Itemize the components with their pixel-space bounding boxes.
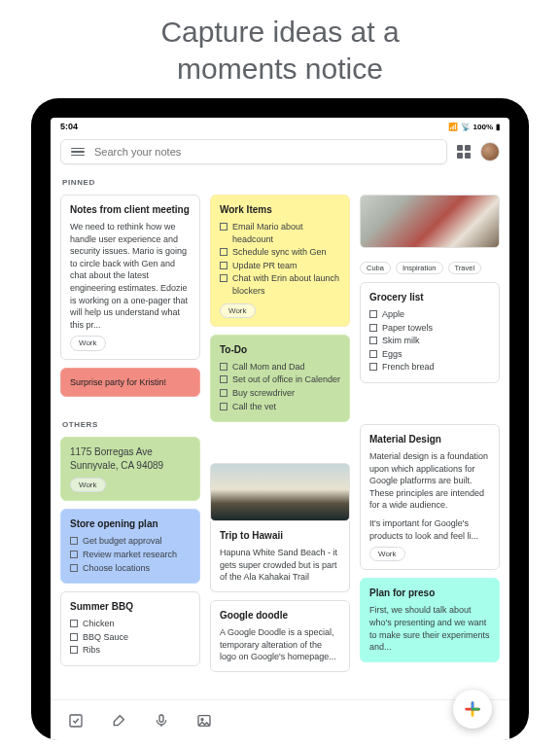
note-title: Grocery list: [369, 291, 490, 304]
list-item: Get budget approval: [83, 535, 162, 548]
wifi-icon: 📡: [461, 123, 471, 131]
note-body: Material design is a foundation upon whi…: [369, 450, 490, 512]
mic-icon[interactable]: [154, 713, 169, 729]
chip-work[interactable]: Work: [70, 478, 106, 492]
note-body: First, we should talk about who's presen…: [369, 604, 490, 653]
list-item: Chat with Erin about launch blockers: [232, 272, 340, 297]
tablet-frame: 5:04 📶 📡 100% ▮ PINNED Notes from client: [31, 98, 529, 740]
list-item: Email Mario about headcount: [232, 221, 340, 245]
avatar[interactable]: [480, 142, 500, 161]
note-body: Surprise party for Kristin!: [70, 376, 191, 389]
note-title: Plan for preso: [369, 587, 490, 600]
col-2: . Work Items Email Mario about headcount…: [210, 172, 350, 692]
note-title: To-Do: [220, 343, 340, 357]
add-note-fab[interactable]: [453, 690, 492, 729]
note-title: Store opening plan: [70, 517, 191, 531]
note-photo-beach[interactable]: [210, 463, 350, 521]
list-item: Review market research: [83, 549, 177, 561]
section-others: OTHERS: [60, 414, 200, 429]
note-hawaii[interactable]: Trip to Hawaii Hapuna White Sand Beach -…: [210, 521, 350, 592]
note-body2: It's important for Google's products to …: [369, 517, 490, 542]
chip-work[interactable]: Work: [369, 547, 405, 561]
note-body: Hapuna White Sand Beach - it gets super …: [220, 547, 340, 584]
note-store-plan[interactable]: Store opening plan Get budget approval R…: [60, 509, 200, 584]
note-client-meeting[interactable]: Notes from client meeting We need to ret…: [60, 195, 200, 360]
photo-tags: Cuba Inspiration Travel: [360, 262, 500, 274]
plus-icon: [462, 698, 483, 720]
list-item: Call Mom and Dad: [232, 361, 305, 374]
list-item: Ribs: [83, 644, 100, 657]
svg-rect-1: [159, 715, 163, 722]
tag-chip[interactable]: Cuba: [360, 262, 391, 274]
col-3: . Cuba Inspiration Travel Grocery list A…: [360, 172, 500, 692]
svg-rect-0: [70, 715, 82, 727]
brush-icon[interactable]: [111, 713, 126, 729]
list-item: Chicken: [83, 618, 115, 630]
list-item: Buy screwdriver: [232, 387, 295, 400]
hero-line2: moments notice: [0, 51, 560, 88]
list-item: Schedule sync with Gen: [232, 246, 327, 259]
list-item: French bread: [382, 361, 435, 374]
spacer: [210, 430, 350, 455]
chip-work[interactable]: Work: [70, 336, 106, 350]
note-todo[interactable]: To-Do Call Mom and Dad Set out of office…: [210, 335, 350, 422]
note-line1: 1175 Borregas Ave: [70, 445, 191, 459]
signal-icon: 📶: [448, 123, 458, 131]
list-item: Apple: [382, 308, 404, 321]
note-title: Google doodle: [220, 609, 340, 622]
note-surprise[interactable]: Surprise party for Kristin!: [60, 368, 200, 398]
note-title: Notes from client meeting: [70, 203, 191, 217]
list-item: Update PR team: [232, 260, 298, 272]
note-doodle[interactable]: Google doodle A Google Doodle is a speci…: [210, 600, 350, 672]
note-title: Work Items: [220, 203, 340, 217]
note-title: Trip to Hawaii: [220, 529, 340, 543]
list-item: Skim milk: [382, 335, 420, 347]
list-item: Set out of office in Calender: [232, 374, 340, 386]
note-work-items[interactable]: Work Items Email Mario about headcount S…: [210, 195, 350, 327]
hero-line1: Capture ideas at a: [0, 14, 560, 51]
checkbox-icon[interactable]: [68, 713, 84, 729]
list-item: Call the vet: [232, 401, 276, 413]
bottom-toolbar: [51, 699, 509, 740]
tag-chip[interactable]: Inspiration: [396, 262, 443, 274]
section-pinned: PINNED: [60, 172, 200, 187]
status-bar: 5:04 📶 📡 100% ▮: [51, 118, 509, 133]
note-address[interactable]: 1175 Borregas Ave Sunnyvale, CA 94089 Wo…: [60, 437, 200, 501]
note-material[interactable]: Material Design Material design is a fou…: [360, 424, 500, 570]
note-title: Summer BBQ: [70, 600, 191, 614]
hero-title: Capture ideas at a moments notice: [0, 0, 560, 98]
menu-icon[interactable]: [71, 148, 85, 157]
tag-chip[interactable]: Travel: [448, 262, 482, 274]
status-time: 5:04: [60, 122, 78, 131]
status-indicators: 📶 📡 100% ▮: [448, 123, 500, 131]
note-grocery[interactable]: Grocery list Apple Paper towels Skim mil…: [360, 282, 500, 383]
note-bbq[interactable]: Summer BBQ Chicken BBQ Sauce Ribs: [60, 591, 200, 666]
note-line2: Sunnyvale, CA 94089: [70, 459, 191, 473]
note-body: A Google Doodle is a special, temporary …: [220, 626, 340, 663]
list-item: Eggs: [382, 348, 402, 361]
note-title: Material Design: [369, 433, 490, 446]
battery-icon: ▮: [496, 123, 500, 131]
search-input[interactable]: [94, 146, 437, 158]
note-body: We need to rethink how we handle user ex…: [70, 221, 191, 331]
note-preso[interactable]: Plan for preso First, we should talk abo…: [360, 578, 500, 661]
search-row: [51, 133, 509, 172]
search-box[interactable]: [60, 139, 447, 164]
list-item: Paper towels: [382, 322, 433, 335]
layout-toggle-icon[interactable]: [457, 145, 471, 159]
note-photo-car[interactable]: [360, 195, 500, 248]
image-icon[interactable]: [196, 713, 212, 729]
notes-grid: PINNED Notes from client meeting We need…: [51, 172, 509, 740]
svg-point-3: [201, 718, 203, 720]
battery-text: 100%: [473, 123, 493, 131]
list-item: Choose locations: [83, 562, 150, 575]
chip-work[interactable]: Work: [220, 303, 256, 318]
app-screen: 5:04 📶 📡 100% ▮ PINNED Notes from client: [51, 118, 509, 740]
spacer: [360, 391, 500, 416]
list-item: BBQ Sauce: [83, 631, 128, 644]
col-1: PINNED Notes from client meeting We need…: [60, 172, 200, 692]
